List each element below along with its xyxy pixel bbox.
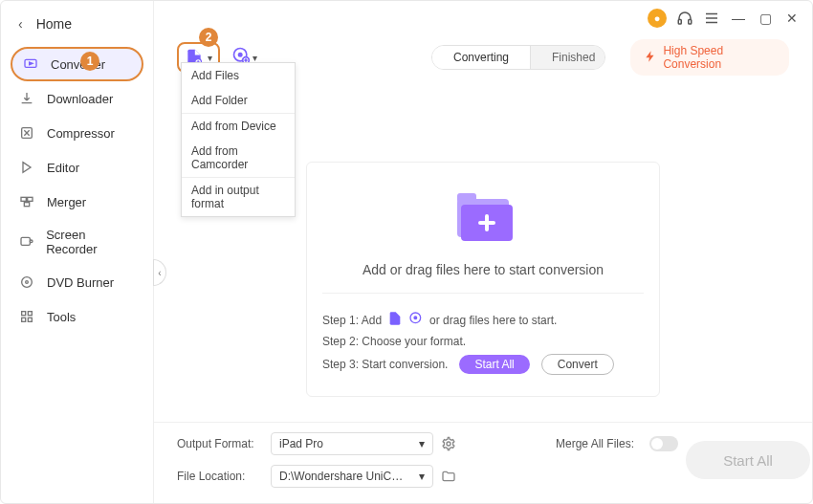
chevron-left-icon: ‹ xyxy=(18,16,23,32)
chevron-down-icon: ▾ xyxy=(419,470,425,483)
output-format-select[interactable]: iPad Pro▾ xyxy=(271,432,433,455)
svg-rect-24 xyxy=(457,193,476,203)
file-location-value: D:\Wondershare UniConverter 1 xyxy=(279,470,404,483)
sidebar-item-label: Merger xyxy=(47,195,86,209)
start-all-mini-button[interactable]: Start All xyxy=(459,355,529,374)
start-all-button[interactable]: Start All xyxy=(686,441,810,479)
svg-point-28 xyxy=(447,442,450,446)
chevron-down-icon: ▾ xyxy=(419,437,425,450)
tab-converting[interactable]: Converting xyxy=(432,46,531,69)
drop-instruction: Add or drag files here to start conversi… xyxy=(322,262,644,277)
step-label: Step 1: Add xyxy=(322,314,382,327)
output-format-label: Output Format: xyxy=(177,437,263,450)
svg-rect-11 xyxy=(21,237,30,245)
step-1: Step 1: Add or drag files here to start. xyxy=(322,311,644,329)
svg-rect-16 xyxy=(28,312,32,316)
svg-rect-18 xyxy=(28,318,32,321)
sidebar-item-label: Tools xyxy=(47,310,76,324)
screen-recorder-icon xyxy=(18,233,34,251)
svg-rect-15 xyxy=(22,312,26,316)
merge-all-label: Merge All Files: xyxy=(556,437,642,450)
sidebar-item-downloader[interactable]: Downloader xyxy=(1,81,153,116)
svg-marker-6 xyxy=(30,62,33,65)
settings-gear-icon[interactable] xyxy=(441,436,456,451)
step-2: Step 2: Choose your format. xyxy=(322,335,644,348)
sidebar-item-label: Downloader xyxy=(47,92,113,106)
sidebar-item-converter[interactable]: Converter xyxy=(11,47,143,81)
svg-rect-9 xyxy=(28,197,33,201)
svg-rect-10 xyxy=(24,203,29,207)
chevron-down-icon: ▾ xyxy=(253,53,257,63)
main-area: ‹ ▾ ▾ Converting Finished High Speed Con… xyxy=(154,1,812,503)
sidebar-item-editor[interactable]: Editor xyxy=(1,150,153,185)
callout-badge-2: 2 xyxy=(199,28,218,47)
step-label: Step 2: Choose your format. xyxy=(322,335,466,348)
svg-point-14 xyxy=(26,281,29,284)
add-files-menu: Add Files Add Folder Add from Device Add… xyxy=(181,62,296,217)
tools-icon xyxy=(18,308,35,325)
sidebar-item-compressor[interactable]: Compressor xyxy=(1,116,153,150)
open-folder-icon[interactable] xyxy=(441,469,456,484)
svg-point-12 xyxy=(30,240,33,243)
editor-icon xyxy=(18,159,35,176)
output-format-value: iPad Pro xyxy=(279,437,323,450)
sidebar-item-label: Compressor xyxy=(47,126,115,141)
drop-area[interactable]: Add or drag files here to start conversi… xyxy=(306,162,660,397)
file-location-label: File Location: xyxy=(177,470,263,483)
callout-badge-1: 1 xyxy=(80,52,99,71)
sidebar-item-label: Editor xyxy=(47,161,79,175)
sidebar-item-tools[interactable]: Tools xyxy=(1,299,153,334)
compressor-icon xyxy=(18,124,35,142)
menu-add-folder[interactable]: Add Folder xyxy=(182,88,295,113)
high-speed-conversion-button[interactable]: High Speed Conversion xyxy=(630,39,789,76)
svg-point-27 xyxy=(414,317,417,319)
folder-plus-icon xyxy=(322,182,644,249)
footer-bar: Output Format: iPad Pro▾ Merge All Files… xyxy=(154,422,812,503)
step-label: Step 3: Start conversion. xyxy=(322,358,448,371)
svg-point-13 xyxy=(22,277,33,288)
home-label: Home xyxy=(36,16,72,32)
sidebar-item-screen-recorder[interactable]: Screen Recorder xyxy=(1,219,153,265)
sidebar-item-label: Screen Recorder xyxy=(46,228,136,256)
downloader-icon xyxy=(18,90,35,107)
menu-add-files[interactable]: Add Files xyxy=(182,63,295,88)
menu-add-from-device[interactable]: Add from Device xyxy=(182,113,295,139)
sidebar: ‹ Home Converter Downloader Compressor E… xyxy=(1,1,154,503)
convert-mini-button[interactable]: Convert xyxy=(541,354,614,375)
menu-add-from-camcorder[interactable]: Add from Camcorder xyxy=(182,139,295,177)
chevron-down-icon: ▾ xyxy=(208,53,212,63)
back-home-link[interactable]: ‹ Home xyxy=(1,9,153,47)
sidebar-item-dvd-burner[interactable]: DVD Burner xyxy=(1,265,153,299)
tab-finished[interactable]: Finished xyxy=(531,46,605,69)
sidebar-item-label: DVD Burner xyxy=(47,275,114,290)
step-label: or drag files here to start. xyxy=(429,314,557,327)
file-location-select[interactable]: D:\Wondershare UniConverter 1▾ xyxy=(271,465,433,488)
sidebar-item-merger[interactable]: Merger xyxy=(1,185,153,219)
lightning-icon xyxy=(644,50,657,66)
status-tabs: Converting Finished xyxy=(431,45,605,70)
collapse-sidebar-handle[interactable]: ‹ xyxy=(153,259,166,286)
high-speed-label: High Speed Conversion xyxy=(663,44,776,71)
converter-icon xyxy=(22,55,39,73)
dvd-burner-icon xyxy=(18,274,35,291)
svg-rect-8 xyxy=(21,197,26,201)
add-file-icon[interactable] xyxy=(387,311,403,329)
merger-icon xyxy=(18,193,35,210)
menu-add-output-format[interactable]: Add in output format xyxy=(182,177,295,216)
merge-all-toggle[interactable] xyxy=(649,436,678,451)
disc-add-icon[interactable] xyxy=(408,311,424,329)
svg-point-21 xyxy=(239,54,242,56)
svg-rect-17 xyxy=(22,318,26,321)
step-3: Step 3: Start conversion. Start All Conv… xyxy=(322,354,644,375)
